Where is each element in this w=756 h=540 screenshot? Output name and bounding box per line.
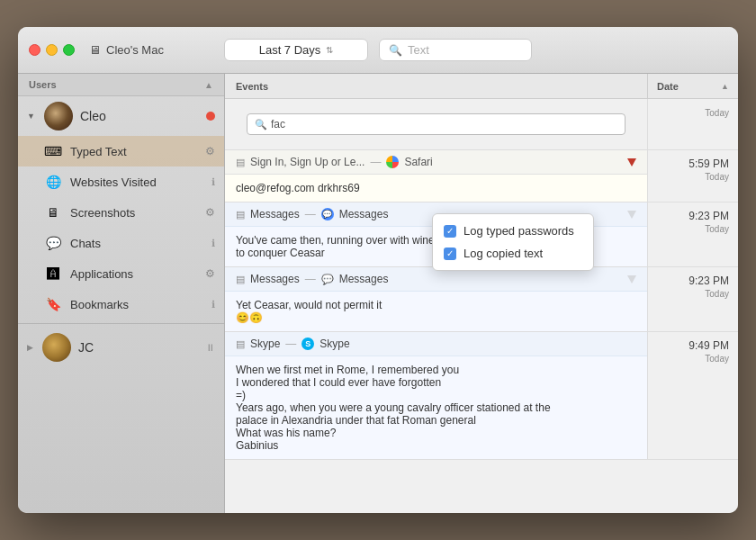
dropdown-menu: ✓ Log typed passwords ✓ Log copied text bbox=[432, 213, 594, 271]
dash-sep: — bbox=[370, 156, 381, 168]
sidebar-item-screenshots[interactable]: 🖥 Screenshots ⚙ bbox=[18, 197, 224, 228]
event-skype-bar: ▤ Skype — S Skype bbox=[225, 332, 647, 356]
traffic-lights bbox=[29, 44, 75, 56]
apps-icon: 🅰 bbox=[43, 264, 63, 284]
sidebar-item-websites[interactable]: 🌐 Websites Visited ℹ bbox=[18, 166, 224, 197]
safari-credentials: cleo@refog.com drkhrs69 bbox=[236, 182, 360, 194]
messages-icon: 💬 bbox=[321, 208, 334, 220]
event-day-safari: Today bbox=[705, 172, 729, 182]
event-row-icon-skype: ▤ bbox=[236, 338, 245, 350]
typed-text-label: Typed Text bbox=[70, 145, 198, 158]
event-row-skype: ▤ Skype — S Skype When we first met in R… bbox=[225, 332, 738, 460]
event-meta-messages2: 9:23 PM Today bbox=[648, 267, 738, 331]
user-name-jc: JC bbox=[78, 340, 198, 355]
applications-label: Applications bbox=[70, 267, 198, 281]
search-input-display: 🔍 fac bbox=[247, 113, 626, 135]
event-row-icon2: ▤ bbox=[236, 274, 245, 285]
event-messages2-content: Yet Ceasar, would not permit it😊🙃 bbox=[225, 292, 647, 331]
content-header: Events Date ▲ bbox=[225, 74, 738, 99]
events-column-header: Events bbox=[225, 74, 648, 98]
gear-icon-typed[interactable]: ⚙ bbox=[205, 145, 215, 158]
event-day-skype: Today bbox=[705, 354, 729, 364]
event-day: Today bbox=[705, 108, 729, 118]
event-row-icon: ▤ bbox=[236, 157, 245, 168]
user-item-jc[interactable]: ▶ JC ⏸ bbox=[18, 328, 224, 367]
search-placeholder: Text bbox=[408, 43, 429, 57]
search-query: fac bbox=[271, 118, 285, 130]
info-icon-bookmarks[interactable]: ℹ bbox=[212, 299, 215, 310]
sidebar-item-typed-text[interactable]: ⌨ Typed Text ⚙ bbox=[18, 136, 224, 166]
event-safari-main: ▤ Sign In, Sign Up or Le... — Safari cle… bbox=[225, 150, 648, 202]
checkbox-copied[interactable]: ✓ bbox=[444, 248, 456, 260]
safari-title: Sign In, Sign Up or Le... bbox=[250, 156, 364, 168]
sidebar-item-bookmarks[interactable]: 🔖 Bookmarks ℹ bbox=[18, 289, 224, 320]
sidebar-item-applications[interactable]: 🅰 Applications ⚙ bbox=[18, 258, 224, 289]
bookmarks-label: Bookmarks bbox=[70, 298, 204, 311]
expand-icon: ▼ bbox=[27, 112, 35, 121]
event-safari-bar: ▤ Sign In, Sign Up or Le... — Safari bbox=[225, 150, 647, 175]
bookmark-icon: 🔖 bbox=[43, 294, 63, 314]
event-search-main: 🔍 fac bbox=[225, 99, 648, 149]
skype-text: When we first met in Rome, I remembered … bbox=[236, 364, 551, 452]
event-time-messages1: 9:23 PM bbox=[688, 210, 729, 222]
dash-sep4: — bbox=[285, 338, 296, 350]
sidebar-divider bbox=[18, 323, 224, 324]
sidebar-header-label: Users bbox=[29, 79, 57, 90]
info-icon-chats[interactable]: ℹ bbox=[212, 238, 215, 249]
sidebar-sort-icon: ▲ bbox=[204, 80, 213, 90]
maximize-button[interactable] bbox=[63, 44, 75, 56]
messages-app-label2: Messages bbox=[339, 273, 389, 285]
messages-app-label: Messages bbox=[339, 208, 389, 220]
dropdown-item-passwords[interactable]: ✓ Log typed passwords bbox=[433, 220, 593, 242]
minimize-button[interactable] bbox=[46, 44, 58, 56]
event-messages2-main: ▤ Messages — 💬 Messages Yet Ceasar, woul… bbox=[225, 267, 648, 331]
computer-label: 🖥 Cleo's Mac bbox=[89, 43, 164, 57]
gear-icon-apps[interactable]: ⚙ bbox=[205, 267, 215, 280]
pause-icon: ⏸ bbox=[205, 342, 215, 353]
event-row-messages2: ▤ Messages — 💬 Messages Yet Ceasar, woul… bbox=[225, 267, 738, 332]
sidebar-header: Users ▲ bbox=[18, 74, 224, 96]
content-area: Events Date ▲ 🔍 fac bbox=[225, 74, 738, 513]
event-day-messages1: Today bbox=[705, 224, 729, 234]
gear-icon-screenshots[interactable]: ⚙ bbox=[205, 206, 215, 219]
bookmark-icon-grey bbox=[627, 211, 636, 219]
search-bar[interactable]: 🔍 Text bbox=[379, 39, 532, 61]
search-icon-event: 🔍 bbox=[255, 119, 267, 130]
event-row-safari: ▤ Sign In, Sign Up or Le... — Safari cle… bbox=[225, 150, 738, 202]
event-row-search: 🔍 fac Today bbox=[225, 99, 738, 150]
event-safari-content: cleo@refog.com drkhrs69 bbox=[225, 175, 647, 202]
period-dropdown[interactable]: Last 7 Days ⇅ bbox=[224, 39, 368, 61]
messages2-title: Messages bbox=[250, 273, 300, 285]
sidebar: Users ▲ ▼ Cleo ⌨ Typed Text ⚙ 🌐 Website bbox=[18, 74, 225, 513]
event-time-safari: 5:59 PM bbox=[688, 158, 729, 170]
websites-label: Websites Visited bbox=[70, 176, 204, 189]
dropdown-label-passwords: Log typed passwords bbox=[464, 224, 574, 238]
search-icon: 🔍 bbox=[389, 44, 402, 57]
dash-sep3: — bbox=[305, 273, 316, 285]
checkbox-passwords[interactable]: ✓ bbox=[444, 225, 456, 238]
events-list: 🔍 fac Today ▤ Sig bbox=[225, 99, 738, 513]
event-meta-safari: 5:59 PM Today bbox=[648, 150, 738, 202]
titlebar: 🖥 Cleo's Mac Last 7 Days ⇅ 🔍 Text bbox=[18, 27, 738, 74]
bookmark-flag-icon bbox=[627, 158, 636, 166]
event-meta-messages1: 9:23 PM Today bbox=[648, 202, 738, 266]
close-button[interactable] bbox=[29, 44, 40, 56]
user-dot-cleo bbox=[206, 112, 215, 121]
bookmark-icon-grey2 bbox=[627, 275, 636, 284]
sidebar-item-chats[interactable]: 💬 Chats ℹ bbox=[18, 228, 224, 258]
info-icon-websites[interactable]: ℹ bbox=[212, 176, 215, 188]
date-column-header: Date ▲ bbox=[648, 74, 738, 98]
safari-label: Safari bbox=[404, 156, 432, 168]
event-meta-search: Today bbox=[648, 99, 738, 149]
safari-icon bbox=[386, 156, 399, 168]
dash-sep2: — bbox=[305, 208, 316, 220]
event-time-skype: 9:49 PM bbox=[688, 339, 729, 352]
skype-icon: S bbox=[302, 338, 314, 350]
user-name-cleo: Cleo bbox=[80, 109, 199, 123]
period-label: Last 7 Days bbox=[259, 43, 321, 57]
avatar-jc bbox=[42, 333, 71, 362]
user-item-cleo[interactable]: ▼ Cleo bbox=[18, 96, 224, 136]
dropdown-item-copied[interactable]: ✓ Log copied text bbox=[433, 242, 593, 265]
globe-icon: 🌐 bbox=[43, 172, 63, 192]
chats-label: Chats bbox=[70, 237, 204, 250]
